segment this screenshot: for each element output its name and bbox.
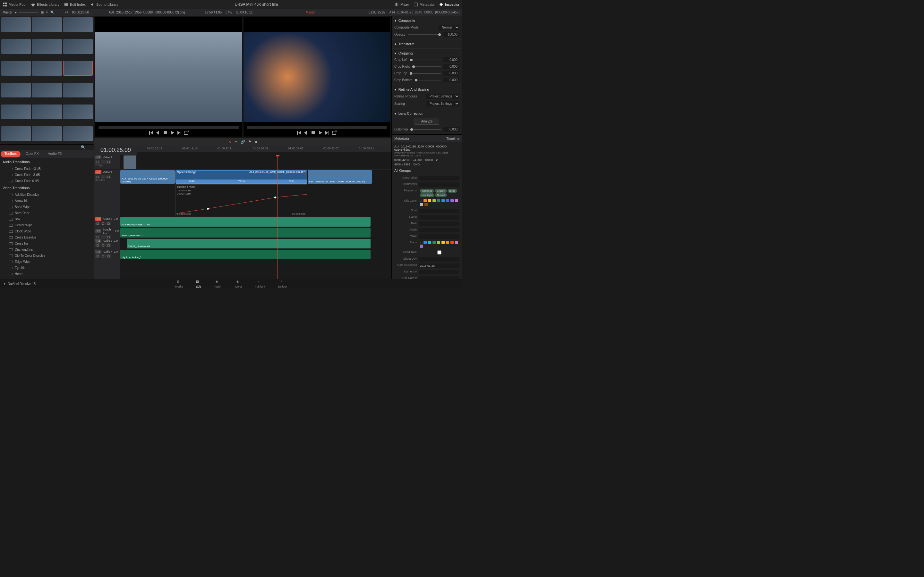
page-edit[interactable]: ▤Edit <box>196 280 201 288</box>
page-deliver[interactable]: ↗Deliver <box>278 280 287 288</box>
media-clip[interactable] <box>1 105 31 119</box>
color-swatch[interactable] <box>441 199 445 202</box>
color-swatch[interactable] <box>455 199 458 202</box>
media-clip[interactable] <box>32 61 61 76</box>
composite-header[interactable]: ● Composite <box>394 17 459 24</box>
link-tool-icon[interactable]: 🔗 <box>241 140 245 144</box>
media-clip[interactable] <box>63 105 93 119</box>
transition-item[interactable]: Heart <box>0 271 94 277</box>
rec-step-back-icon[interactable] <box>304 130 309 135</box>
keyword-tag[interactable]: Low Light <box>420 193 435 197</box>
media-clip[interactable] <box>32 17 61 32</box>
clip-v1-speed[interactable]: Speed Change A14_2016-01-28_2240_C0005_[… <box>176 170 307 184</box>
playhead[interactable] <box>278 155 278 279</box>
inspector-toggle[interactable]: Inspector <box>439 2 459 7</box>
media-clip[interactable] <box>32 126 61 141</box>
sound-library-toggle[interactable]: Sound Library <box>90 2 118 7</box>
transition-item[interactable]: Cross Iris <box>0 240 94 247</box>
src-loop-icon[interactable] <box>184 130 189 135</box>
crop-left-slider[interactable] <box>410 60 441 60</box>
keyword-tag[interactable]: Wetlands <box>420 189 434 193</box>
track-a2[interactable]: 39432_bluebeat-01 <box>120 227 391 238</box>
src-stop-icon[interactable] <box>163 130 168 135</box>
flag-swatch[interactable] <box>433 241 436 244</box>
track-header-v2[interactable]: V2 Video 2 ▢▢▢7 Clips <box>94 155 120 169</box>
transition-item[interactable]: Band Wipe <box>0 204 94 210</box>
tab-toolbox[interactable]: Toolbox <box>1 151 21 157</box>
timeline-ruler[interactable]: 01:00:16:1201:00:19:1601:00:22:2101:00:2… <box>137 145 391 152</box>
source-viewer[interactable] <box>95 17 242 137</box>
clip-v1-1[interactable]: A14_2016-01-28_2217_C8000_[000000-001903… <box>120 170 175 184</box>
clip-v2[interactable] <box>124 155 136 169</box>
transform-header[interactable]: ● Transform <box>394 41 459 47</box>
timeline-mode[interactable]: Timeline <box>446 137 459 140</box>
flag-swatch[interactable] <box>441 241 445 244</box>
track-header-a4[interactable]: A4 Audio 4 2.0▢▢▢ <box>94 249 120 260</box>
flag-swatch[interactable] <box>423 241 427 244</box>
clip-a3[interactable]: 39432_bluebeat-01 <box>127 239 371 248</box>
opacity-slider[interactable] <box>408 34 441 35</box>
color-swatch[interactable] <box>437 199 440 202</box>
color-swatch[interactable] <box>425 203 428 206</box>
flag-swatch[interactable] <box>420 245 423 248</box>
rec-stop-icon[interactable] <box>310 130 316 135</box>
track-v1[interactable]: A14_2016-01-28_2217_C8000_[000000-001903… <box>120 169 391 184</box>
transition-item[interactable]: Edge Wipe <box>0 259 94 265</box>
transition-item[interactable]: Dip To Color Dissolve <box>0 253 94 259</box>
marker-tool-icon[interactable]: ◆ <box>255 140 257 144</box>
track-a3[interactable]: 39432_bluebeat-01 <box>120 238 391 249</box>
fx-search-icon[interactable]: 🔍 <box>81 145 86 150</box>
page-media[interactable]: ▦Media <box>175 280 183 288</box>
flag-swatch[interactable] <box>428 241 431 244</box>
media-clip[interactable] <box>32 83 61 97</box>
clip-v1-3[interactable]: A14_2016-01-28_2155_C0003_[000000-001127… <box>308 170 372 184</box>
timeline-viewer[interactable] <box>244 17 391 137</box>
color-swatch[interactable] <box>446 199 449 202</box>
tab-openfx[interactable]: OpenFX <box>21 150 43 158</box>
clip-a2[interactable]: 39432_bluebeat-01 <box>120 228 371 237</box>
flag-tool-icon[interactable]: ⚑ <box>248 140 252 144</box>
transition-item[interactable]: Cross Fade +3 dB <box>0 166 94 172</box>
transition-item[interactable]: Cross Fade 0 dB <box>0 178 94 184</box>
media-clip[interactable] <box>63 61 93 76</box>
comments-input[interactable] <box>419 182 459 187</box>
flag-swatch[interactable] <box>437 241 440 244</box>
media-clip[interactable] <box>1 61 31 76</box>
media-clip[interactable] <box>1 126 31 141</box>
edit-index-toggle[interactable]: Edit Index <box>64 2 86 7</box>
retime-curve[interactable]: Retime Frame 22:40:49:10 22:42:40:10 22:… <box>176 184 307 216</box>
cameranum-input[interactable] <box>419 270 459 274</box>
scaling-select[interactable]: Project Settings <box>426 101 459 106</box>
transition-item[interactable]: Center Wipe <box>0 222 94 228</box>
shot-input[interactable] <box>419 209 459 213</box>
src-step-back-icon[interactable] <box>156 130 161 135</box>
clip-a1[interactable]: 218 full pilgrimage_0190 <box>120 217 371 227</box>
transition-item[interactable]: Cross Dissolve <box>0 234 94 240</box>
flag-swatch[interactable] <box>446 241 449 244</box>
list-icon[interactable]: ≡ <box>46 11 48 14</box>
src-next-icon[interactable] <box>177 130 182 135</box>
description-input[interactable] <box>419 176 459 181</box>
crop-bottom-slider[interactable] <box>415 80 441 81</box>
bin-dropdown[interactable]: Master <box>3 11 13 14</box>
media-clip[interactable] <box>63 83 93 97</box>
page-fusion[interactable]: ◉Fusion <box>214 280 222 288</box>
shootday-input[interactable] <box>419 257 459 261</box>
media-pool-toggle[interactable]: Media Pool <box>3 2 26 7</box>
transition-item[interactable]: Eye Iris <box>0 265 94 271</box>
effects-library-toggle[interactable]: Effects Library <box>31 2 59 7</box>
track-header-a2[interactable]: A2 Beach S... 2.0▢▢▢ <box>94 227 120 238</box>
transition-item[interactable]: Box <box>0 216 94 222</box>
track-header-a3[interactable]: A3 Audio 3 2.0▢▢▢ <box>94 238 120 249</box>
transition-item[interactable]: Arrow Iris <box>0 198 94 204</box>
opacity-value[interactable]: 100.00 <box>443 32 459 37</box>
rollcard-input[interactable] <box>419 276 459 279</box>
color-swatch[interactable] <box>428 199 431 202</box>
rec-play-icon[interactable] <box>318 130 323 135</box>
page-color[interactable]: ◐Color <box>235 280 242 288</box>
flag-swatch[interactable] <box>455 241 458 244</box>
track-v2[interactable] <box>120 155 391 169</box>
media-clip[interactable] <box>1 39 31 54</box>
lens-header[interactable]: ● Lens Correction <box>394 110 459 117</box>
media-clip[interactable] <box>32 39 61 54</box>
